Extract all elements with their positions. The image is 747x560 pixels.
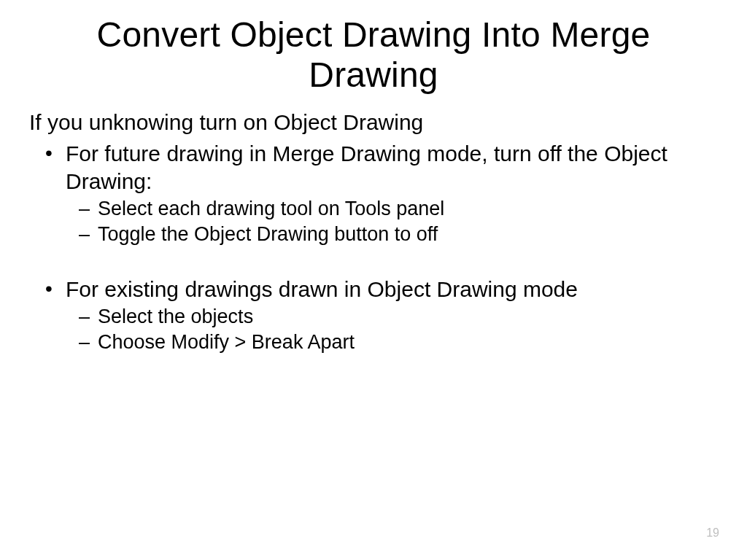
sub-bullet-item: Select the objects (77, 304, 703, 330)
sub-bullet-item: Choose Modify > Break Apart (77, 330, 703, 355)
slide-container: Convert Object Drawing Into Merge Drawin… (0, 0, 747, 560)
sub-bullet-item: Toggle the Object Drawing button to off (77, 222, 703, 247)
spacer (44, 251, 703, 276)
bullet-text: For future drawing in Merge Drawing mode… (66, 141, 667, 193)
bullet-item: For existing drawings drawn in Object Dr… (44, 276, 703, 356)
intro-text: If you unknowing turn on Object Drawing (29, 109, 703, 136)
page-number: 19 (706, 526, 719, 540)
bullet-list: For existing drawings drawn in Object Dr… (44, 276, 703, 356)
bullet-text: For existing drawings drawn in Object Dr… (66, 277, 578, 301)
sub-bullet-list: Select each drawing tool on Tools panel … (77, 196, 703, 247)
sub-bullet-item: Select each drawing tool on Tools panel (77, 196, 703, 222)
bullet-item: For future drawing in Merge Drawing mode… (44, 140, 703, 247)
sub-bullet-list: Select the objects Choose Modify > Break… (77, 304, 703, 355)
slide-title: Convert Object Drawing Into Merge Drawin… (44, 15, 703, 95)
bullet-list: For future drawing in Merge Drawing mode… (44, 140, 703, 247)
